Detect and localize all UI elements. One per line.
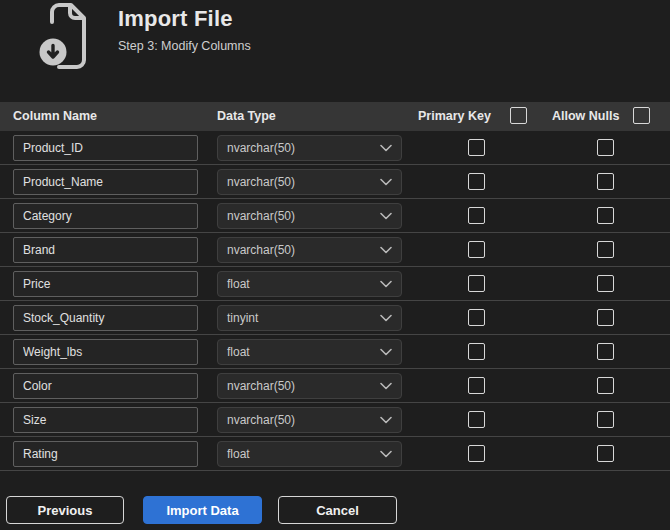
column-name-input[interactable] (13, 237, 198, 263)
data-type-value: float (227, 345, 250, 359)
chevron-down-icon (380, 314, 392, 322)
allow-nulls-checkbox[interactable] (597, 343, 614, 360)
table-row: nvarchar(50) (0, 369, 670, 403)
data-type-dropdown[interactable]: nvarchar(50) (217, 169, 402, 195)
column-name-input[interactable] (13, 339, 198, 365)
allow-nulls-checkbox[interactable] (597, 445, 614, 462)
table-row: nvarchar(50) (0, 165, 670, 199)
table-row: tinyint (0, 301, 670, 335)
data-type-value: nvarchar(50) (227, 175, 295, 189)
chevron-down-icon (380, 280, 392, 288)
primary-key-checkbox[interactable] (468, 207, 485, 224)
allow-nulls-header: Allow Nulls (552, 102, 619, 131)
table-row: float (0, 437, 670, 471)
primary-key-checkbox[interactable] (468, 343, 485, 360)
column-name-input[interactable] (13, 135, 198, 161)
column-name-input[interactable] (13, 203, 198, 229)
primary-key-checkbox[interactable] (468, 445, 485, 462)
chevron-down-icon (380, 144, 392, 152)
data-type-dropdown[interactable]: nvarchar(50) (217, 203, 402, 229)
data-type-dropdown[interactable]: tinyint (217, 305, 402, 331)
table-header: Column Name Data Type Primary Key Allow … (0, 102, 670, 131)
column-name-input[interactable] (13, 441, 198, 467)
primary-key-checkbox[interactable] (468, 241, 485, 258)
data-type-dropdown[interactable]: float (217, 271, 402, 297)
data-type-value: tinyint (227, 311, 258, 325)
chevron-down-icon (380, 382, 392, 390)
chevron-down-icon (380, 212, 392, 220)
allow-nulls-checkbox[interactable] (597, 309, 614, 326)
data-type-value: nvarchar(50) (227, 243, 295, 257)
table-row: float (0, 267, 670, 301)
allow-nulls-checkbox[interactable] (597, 377, 614, 394)
table-row: nvarchar(50) (0, 233, 670, 267)
data-type-value: nvarchar(50) (227, 379, 295, 393)
chevron-down-icon (380, 450, 392, 458)
primary-key-checkbox[interactable] (468, 309, 485, 326)
column-name-input[interactable] (13, 271, 198, 297)
columns-table: nvarchar(50) nvarchar(50) nvarchar(50) (0, 131, 670, 471)
allow-nulls-checkbox[interactable] (597, 173, 614, 190)
data-type-value: nvarchar(50) (227, 209, 295, 223)
table-row: nvarchar(50) (0, 403, 670, 437)
data-type-value: nvarchar(50) (227, 141, 295, 155)
import-file-wizard: Import File Step 3: Modify Columns Colum… (0, 0, 670, 530)
page-title: Import File (118, 6, 233, 32)
data-type-value: float (227, 277, 250, 291)
table-row: float (0, 335, 670, 369)
data-type-dropdown[interactable]: float (217, 441, 402, 467)
step-subtitle: Step 3: Modify Columns (118, 39, 251, 53)
import-data-button[interactable]: Import Data (143, 496, 262, 524)
data-type-dropdown[interactable]: nvarchar(50) (217, 407, 402, 433)
chevron-down-icon (380, 246, 392, 254)
column-name-input[interactable] (13, 373, 198, 399)
table-row: nvarchar(50) (0, 199, 670, 233)
allow-nulls-select-all-checkbox[interactable] (633, 107, 650, 124)
column-name-input[interactable] (13, 407, 198, 433)
allow-nulls-checkbox[interactable] (597, 275, 614, 292)
primary-key-checkbox[interactable] (468, 377, 485, 394)
chevron-down-icon (380, 348, 392, 356)
allow-nulls-checkbox[interactable] (597, 241, 614, 258)
allow-nulls-checkbox[interactable] (597, 411, 614, 428)
data-type-dropdown[interactable]: nvarchar(50) (217, 237, 402, 263)
import-file-icon (30, 2, 100, 70)
data-type-dropdown[interactable]: nvarchar(50) (217, 373, 402, 399)
primary-key-checkbox[interactable] (468, 173, 485, 190)
column-name-header: Column Name (13, 102, 97, 131)
data-type-value: float (227, 447, 250, 461)
cancel-button[interactable]: Cancel (278, 496, 397, 524)
previous-button[interactable]: Previous (6, 496, 124, 524)
primary-key-checkbox[interactable] (468, 139, 485, 156)
table-row: nvarchar(50) (0, 131, 670, 165)
primary-key-select-all-checkbox[interactable] (510, 107, 527, 124)
primary-key-checkbox[interactable] (468, 275, 485, 292)
primary-key-checkbox[interactable] (468, 411, 485, 428)
allow-nulls-checkbox[interactable] (597, 207, 614, 224)
data-type-header: Data Type (217, 102, 276, 131)
chevron-down-icon (380, 178, 392, 186)
data-type-value: nvarchar(50) (227, 413, 295, 427)
primary-key-header: Primary Key (418, 102, 491, 131)
data-type-dropdown[interactable]: nvarchar(50) (217, 135, 402, 161)
chevron-down-icon (380, 416, 392, 424)
allow-nulls-checkbox[interactable] (597, 139, 614, 156)
column-name-input[interactable] (13, 305, 198, 331)
data-type-dropdown[interactable]: float (217, 339, 402, 365)
column-name-input[interactable] (13, 169, 198, 195)
